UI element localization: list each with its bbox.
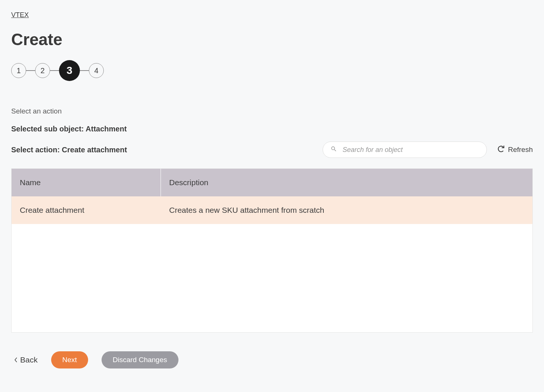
step-4[interactable]: 4 bbox=[89, 63, 104, 78]
search-icon bbox=[330, 146, 342, 154]
select-action-line: Select action: Create attachment bbox=[11, 146, 127, 154]
chevron-left-icon bbox=[14, 355, 18, 364]
discard-changes-button[interactable]: Discard Changes bbox=[102, 351, 178, 368]
next-button[interactable]: Next bbox=[51, 351, 88, 368]
step-connector bbox=[50, 70, 59, 71]
step-connector bbox=[26, 70, 35, 71]
stepper: 1 2 3 4 bbox=[11, 60, 533, 81]
step-2[interactable]: 2 bbox=[35, 63, 50, 78]
table-header-description: Description bbox=[161, 169, 532, 196]
section-label: Select an action bbox=[11, 107, 533, 115]
step-1[interactable]: 1 bbox=[11, 63, 26, 78]
table-header: Name Description bbox=[12, 169, 532, 196]
table-header-name: Name bbox=[12, 169, 161, 196]
search-box[interactable] bbox=[323, 141, 487, 158]
back-button[interactable]: Back bbox=[14, 355, 38, 364]
step-3[interactable]: 3 bbox=[59, 60, 80, 81]
page-title: Create bbox=[11, 30, 533, 49]
table-cell-name: Create attachment bbox=[12, 196, 161, 224]
table-cell-description: Creates a new SKU attachment from scratc… bbox=[161, 196, 532, 224]
table-row[interactable]: Create attachment Creates a new SKU atta… bbox=[12, 196, 532, 224]
step-connector bbox=[80, 70, 89, 71]
refresh-label: Refresh bbox=[508, 146, 533, 154]
search-input[interactable] bbox=[342, 146, 479, 154]
table-empty-area bbox=[12, 224, 532, 332]
refresh-icon bbox=[497, 145, 505, 155]
back-label: Back bbox=[20, 355, 38, 364]
footer-buttons: Back Next Discard Changes bbox=[11, 351, 533, 368]
action-table: Name Description Create attachment Creat… bbox=[11, 168, 533, 333]
selected-sub-object-line: Selected sub object: Attachment bbox=[11, 125, 533, 133]
breadcrumb-link[interactable]: VTEX bbox=[11, 11, 29, 19]
refresh-button[interactable]: Refresh bbox=[497, 145, 533, 155]
